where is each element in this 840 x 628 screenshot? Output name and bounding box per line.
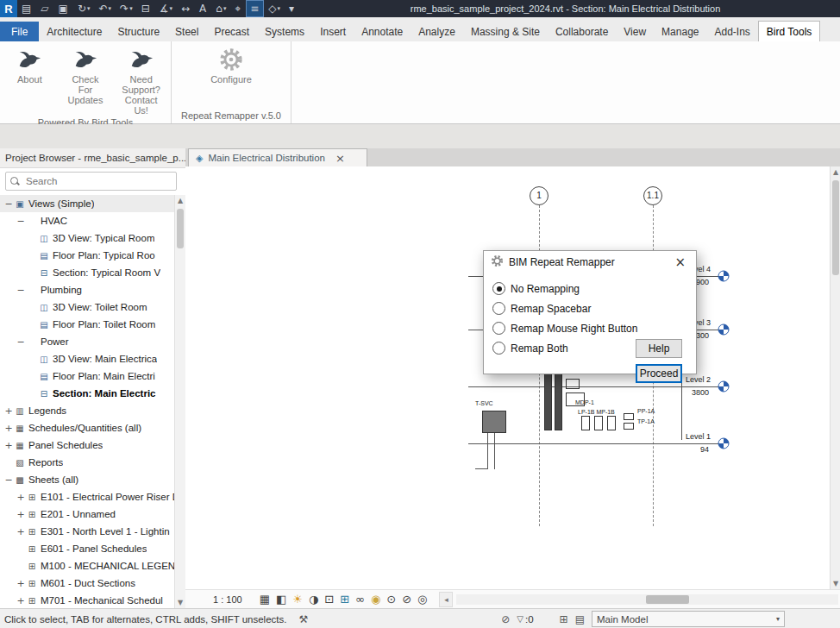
search-box[interactable] (5, 172, 177, 191)
tree-expander[interactable]: + (3, 440, 14, 451)
section-icon[interactable]: ⌖ (231, 1, 245, 16)
radio-remap-mouse-right[interactable] (492, 322, 505, 335)
tree-item[interactable]: − Plumbing (0, 281, 175, 298)
tree-expander[interactable]: + (3, 423, 14, 434)
canvas-vertical-scrollbar[interactable]: ▲ ▼ (830, 166, 840, 589)
help-button[interactable]: Help (636, 339, 682, 358)
default-3d-view-icon[interactable]: ⌂▾ (212, 1, 229, 16)
tree-item[interactable]: ⊟ Section: Typical Room V (0, 264, 175, 281)
customize-qat-icon[interactable]: ▾ (285, 1, 298, 16)
tab-manage[interactable]: Manage (654, 22, 706, 41)
file-menu-icon[interactable]: ▤ (18, 1, 35, 16)
tree-expander[interactable]: + (3, 405, 14, 417)
tree-item[interactable]: − HVAC (0, 212, 175, 229)
browser-scrollbar[interactable]: ▲ ▼ (174, 195, 185, 608)
remap-option[interactable]: No Remapping (492, 279, 687, 298)
tree-expander[interactable]: − (16, 336, 26, 348)
show-crop-region-icon[interactable]: ⊞ (340, 591, 349, 608)
crop-view-icon[interactable]: ⊡ (324, 591, 334, 608)
radio-remap-both[interactable] (492, 342, 505, 355)
tab-precast[interactable]: Precast (206, 22, 257, 41)
save-icon[interactable]: ▣ (55, 1, 72, 16)
tree-item[interactable]: + ▦ Schedules/Quantities (all) (0, 419, 175, 436)
search-input[interactable] (24, 175, 172, 187)
tree-expander[interactable]: − (16, 285, 26, 296)
tree-item[interactable]: + ⊞ E301 - North Level 1 - Lightin (0, 523, 175, 540)
tree-item[interactable]: ⊟ Section: Main Electric (0, 385, 175, 402)
sun-path-icon[interactable]: ☀ (292, 591, 303, 608)
need-support-button[interactable]: Need Support? Contact Us! (116, 45, 166, 116)
radio-remap-spacebar[interactable] (492, 302, 505, 315)
tree-item[interactable]: + ⊞ E101 - Electrical Power Riser D (0, 488, 175, 506)
tab-collaborate[interactable]: Collaborate (548, 22, 616, 41)
reveal-hidden-elements-icon[interactable]: ◉ (371, 591, 380, 608)
selection-filter[interactable]: ▽ :0 (517, 614, 533, 625)
tree-item[interactable]: − ▣ Views (Simple) (0, 195, 175, 212)
about-button[interactable]: About (5, 45, 54, 85)
undo-icon[interactable]: ↶▾ (96, 1, 116, 16)
equipment-element[interactable] (607, 416, 616, 430)
tab-insert[interactable]: Insert (312, 22, 354, 41)
temporary-view-properties-icon[interactable]: ⊙ (386, 591, 396, 608)
text-icon[interactable]: A (196, 1, 210, 16)
tree-item[interactable]: ▧ Reports (0, 454, 175, 471)
worksets-status-icon[interactable]: ⚒ (298, 613, 308, 625)
visual-style-icon[interactable]: ◧ (276, 591, 286, 608)
equipment-element[interactable] (624, 423, 634, 430)
tab-structure[interactable]: Structure (110, 22, 167, 41)
temporary-hide-isolate-icon[interactable]: ∞ (355, 591, 365, 608)
tag-icon[interactable]: ◇▾ (265, 1, 284, 16)
tree-item[interactable]: + ⊞ M701 - Mechanical Schedul (0, 592, 175, 608)
scroll-up-icon[interactable]: ▲ (831, 166, 840, 178)
tree-item[interactable]: ◫ 3D View: Typical Room (0, 229, 175, 247)
exclude-options-icon[interactable]: ⊘ (501, 613, 510, 625)
tree-expander[interactable]: − (3, 198, 14, 210)
tab-massing-site[interactable]: Massing & Site (463, 22, 548, 41)
tree-item[interactable]: + ▥ Legends (0, 402, 175, 419)
tab-view[interactable]: View (616, 22, 654, 41)
tree-expander[interactable]: + (16, 595, 26, 606)
redo-icon[interactable]: ↷▾ (116, 1, 136, 16)
proceed-button[interactable]: Proceed (636, 364, 682, 383)
tree-expander[interactable]: + (16, 526, 26, 537)
drawing-canvas[interactable]: 1 1.1 Level 4 9900 (185, 166, 830, 589)
sync-icon[interactable]: ↻▾ (74, 1, 94, 16)
dialog-title-bar[interactable]: BIM Repeat Remapper × (484, 251, 696, 273)
active-design-option-select[interactable]: Main Model ▾ (592, 611, 785, 627)
tree-item[interactable]: ▤ Floor Plan: Main Electri (0, 367, 175, 385)
tab-systems[interactable]: Systems (257, 22, 312, 41)
radio-no-remapping[interactable] (492, 282, 505, 295)
equipment-element[interactable] (566, 379, 580, 389)
tree-item[interactable]: ◫ 3D View: Toilet Room (0, 298, 175, 316)
aligned-dimension-icon[interactable]: ↔ (178, 1, 194, 16)
measure-icon[interactable]: ∡▾ (156, 1, 176, 16)
tab-bird-tools[interactable]: Bird Tools (758, 21, 820, 41)
tree-item[interactable]: + ▦ Panel Schedules (0, 436, 175, 454)
tree-expander[interactable]: + (16, 509, 26, 520)
configure-button[interactable]: Configure (204, 45, 259, 85)
design-options-icon[interactable]: ▤ (575, 613, 585, 625)
scroll-up-icon[interactable]: ▲ (175, 195, 185, 206)
scrollbar-thumb[interactable] (646, 595, 689, 604)
worksharing-display-icon[interactable]: ◎ (417, 591, 427, 608)
tab-analyze[interactable]: Analyze (411, 22, 463, 41)
tree-item[interactable]: ▤ Floor Plan: Toilet Room (0, 316, 175, 333)
remap-option[interactable]: Remap Mouse Right Button (492, 318, 687, 338)
tree-item[interactable]: − Power (0, 333, 175, 350)
revit-logo[interactable]: R (0, 0, 17, 17)
equipment-element[interactable] (581, 416, 590, 430)
tree-expander[interactable]: + (16, 578, 26, 589)
tree-expander[interactable]: − (3, 474, 14, 486)
scroll-down-icon[interactable]: ▼ (831, 578, 840, 589)
canvas-horizontal-scrollbar[interactable] (456, 594, 838, 605)
equipment-element[interactable] (624, 413, 634, 420)
equipment-element[interactable] (544, 370, 552, 430)
open-icon[interactable]: ▱ (37, 1, 53, 16)
tree-item[interactable]: ⊞ E601 - Panel Schedules (0, 540, 175, 557)
scrollbar-thumb[interactable] (177, 209, 184, 248)
remap-option[interactable]: Remap Spacebar (492, 298, 687, 318)
equipment-element[interactable] (594, 416, 603, 430)
tree-expander[interactable]: + (16, 492, 26, 503)
tree-item[interactable]: ⊞ M100 - MECHANICAL LEGEND (0, 557, 175, 575)
editable-only-icon[interactable]: ⊞ (560, 613, 568, 625)
